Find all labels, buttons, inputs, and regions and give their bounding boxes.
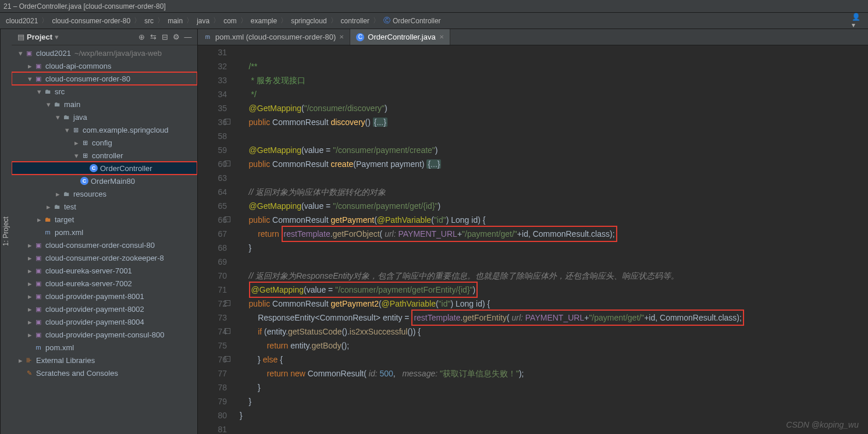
tree-row[interactable]: ▾🖿src bbox=[12, 85, 197, 98]
module-icon: ▣ bbox=[34, 304, 43, 314]
tree-twisty-icon[interactable]: ▸ bbox=[26, 318, 34, 326]
tree-twisty-icon[interactable]: ▸ bbox=[26, 330, 34, 339]
crumb[interactable]: java bbox=[195, 17, 211, 25]
tree-row[interactable]: ▸▣cloud-provider-payment-8004 bbox=[12, 315, 197, 328]
tree-label: java bbox=[73, 113, 87, 122]
tree-row[interactable]: ▸▣cloud-provider-payment-consul-800 bbox=[12, 328, 197, 341]
folder-icon: 🖿 bbox=[62, 112, 71, 122]
fold-icon[interactable]: − bbox=[225, 300, 230, 306]
crumb[interactable]: com bbox=[222, 17, 238, 25]
tree-row[interactable]: ▸▣cloud-api-commons bbox=[12, 59, 197, 72]
code[interactable]: /** * 服务发现接口 */ @GetMapping("/consumer/d… bbox=[233, 45, 868, 434]
crumb[interactable]: main bbox=[166, 17, 184, 25]
tree-row[interactable]: ▾⊞com.example.springcloud bbox=[12, 123, 197, 136]
tree-row[interactable]: ▾▣cloud2021~/wxp/learn/java/java-web bbox=[12, 47, 197, 59]
tree-twisty-icon[interactable]: ▸ bbox=[26, 266, 34, 275]
user-icon[interactable]: 👤▾ bbox=[852, 15, 863, 27]
tree-twisty-icon[interactable]: ▸ bbox=[26, 279, 34, 288]
tree-row[interactable]: ▾🖿main bbox=[12, 98, 197, 111]
tree-row[interactable]: ▸🖿resources bbox=[12, 187, 197, 200]
tree-row[interactable]: COrderController bbox=[12, 162, 197, 175]
tree-twisty-icon[interactable]: ▸ bbox=[44, 202, 52, 211]
tree-row[interactable]: ▾⊞controller bbox=[12, 149, 197, 162]
tree-twisty-icon[interactable]: ▾ bbox=[54, 113, 62, 122]
module-icon: ▤ bbox=[15, 31, 27, 43]
tree-row[interactable]: ▾🖿java bbox=[12, 111, 197, 123]
tree-label: cloud-consumer-order-consul-80 bbox=[45, 241, 155, 250]
tree-row[interactable]: ▸🖿test bbox=[12, 200, 197, 213]
tree-row[interactable]: ▸⊪External Libraries bbox=[12, 354, 197, 367]
close-icon[interactable]: ✕ bbox=[439, 34, 444, 40]
hide-icon[interactable]: — bbox=[182, 31, 194, 43]
project-tool-tab[interactable]: 1: Project bbox=[0, 29, 12, 434]
tree-row[interactable]: ▸⊞config bbox=[12, 136, 197, 149]
tree-row[interactable]: ▸▣cloud-eureka-server-7001 bbox=[12, 264, 197, 277]
crumb[interactable]: example bbox=[250, 17, 278, 25]
tree-row[interactable]: ▾▣cloud-consumer-order-80 bbox=[12, 72, 197, 85]
crumb[interactable]: cloud2021 bbox=[5, 17, 39, 25]
tree-label: cloud-provider-payment-8001 bbox=[45, 292, 144, 301]
panel-title: Project bbox=[27, 33, 52, 41]
watermark: CSDN @koping_wu bbox=[786, 420, 859, 429]
tree-row[interactable]: ▸▣cloud-provider-payment-8002 bbox=[12, 303, 197, 315]
line-number: 79 bbox=[198, 394, 227, 408]
editor-tab[interactable]: mpom.xml (cloud-consumer-order-80)✕ bbox=[198, 29, 350, 45]
tree-twisty-icon[interactable]: ▸ bbox=[26, 62, 34, 70]
crumb[interactable]: springcloud bbox=[290, 17, 328, 25]
tree-twisty-icon[interactable]: ▾ bbox=[63, 126, 71, 134]
fold-icon[interactable]: − bbox=[225, 161, 230, 166]
tree-label: main bbox=[64, 100, 80, 109]
tree-label: OrderController bbox=[100, 164, 152, 173]
tree-twisty-icon[interactable]: ▸ bbox=[54, 190, 62, 198]
expand-icon[interactable]: ⇆ bbox=[147, 31, 159, 43]
crumb[interactable]: controller bbox=[340, 17, 371, 25]
tree-row[interactable]: ▸▣cloud-consumer-order-zookeeper-8 bbox=[12, 251, 197, 264]
tree-twisty-icon[interactable]: ▾ bbox=[35, 87, 43, 96]
file-icon: m bbox=[204, 33, 212, 41]
fold-icon[interactable]: − bbox=[225, 119, 230, 124]
crumb[interactable]: cloud-consumer-order-80 bbox=[51, 17, 131, 25]
tree-twisty-icon[interactable]: ▸ bbox=[16, 356, 24, 365]
tree-row[interactable]: ✎Scratches and Consoles bbox=[12, 367, 197, 379]
editor-tab[interactable]: COrderController.java✕ bbox=[350, 29, 450, 45]
fold-icon[interactable]: − bbox=[225, 356, 230, 362]
tree-twisty-icon[interactable]: ▸ bbox=[26, 254, 34, 262]
dropdown-icon[interactable]: ▾ bbox=[55, 33, 59, 41]
editor-body[interactable]: 313233343536−585960−63646566−67686970717… bbox=[198, 45, 868, 434]
tree-label: config bbox=[92, 138, 112, 147]
tree-row[interactable]: COrderMain80 bbox=[12, 175, 197, 187]
collapse-icon[interactable]: ⊟ bbox=[159, 31, 170, 43]
tree-twisty-icon[interactable]: ▸ bbox=[35, 215, 43, 224]
project-tree[interactable]: ▾▣cloud2021~/wxp/learn/java/java-web▸▣cl… bbox=[12, 45, 197, 434]
tree-twisty-icon[interactable]: ▸ bbox=[26, 305, 34, 314]
crumb[interactable]: src bbox=[143, 17, 155, 25]
tree-row[interactable]: mpom.xml bbox=[12, 341, 197, 354]
line-number: 71 bbox=[198, 283, 227, 297]
tree-label: cloud-eureka-server-7001 bbox=[45, 266, 132, 275]
folder-icon: 🖿 bbox=[52, 99, 62, 109]
tree-twisty-icon[interactable]: ▾ bbox=[16, 49, 24, 58]
tree-twisty-icon[interactable]: ▾ bbox=[44, 100, 52, 109]
tree-row[interactable]: mpom.xml bbox=[12, 226, 197, 239]
tree-row[interactable]: ▸▣cloud-eureka-server-7002 bbox=[12, 277, 197, 290]
tree-twisty-icon[interactable]: ▾ bbox=[26, 74, 34, 83]
fold-icon[interactable]: − bbox=[225, 328, 230, 334]
line-number: 64 bbox=[198, 185, 227, 199]
crumb[interactable]: ⒸOrderController bbox=[382, 16, 442, 26]
tree-row[interactable]: ▸🖿target bbox=[12, 213, 197, 226]
tree-twisty-icon[interactable]: ▸ bbox=[26, 292, 34, 301]
module-icon: ▣ bbox=[34, 74, 43, 83]
tree-row[interactable]: ▸▣cloud-provider-payment-8001 bbox=[12, 290, 197, 303]
close-icon[interactable]: ✕ bbox=[339, 34, 344, 40]
line-number: 72− bbox=[198, 297, 227, 311]
tree-twisty-icon[interactable]: ▾ bbox=[72, 151, 80, 160]
module-icon: ▣ bbox=[24, 48, 34, 58]
xml-icon: m bbox=[34, 343, 43, 352]
gear-icon[interactable]: ⚙ bbox=[170, 31, 182, 43]
locate-icon[interactable]: ⊕ bbox=[136, 31, 147, 43]
tree-label: cloud-provider-payment-8004 bbox=[45, 318, 144, 326]
tree-row[interactable]: ▸▣cloud-consumer-order-consul-80 bbox=[12, 239, 197, 251]
tree-twisty-icon[interactable]: ▸ bbox=[72, 138, 80, 147]
tree-twisty-icon[interactable]: ▸ bbox=[26, 241, 34, 250]
fold-icon[interactable]: − bbox=[225, 216, 230, 222]
